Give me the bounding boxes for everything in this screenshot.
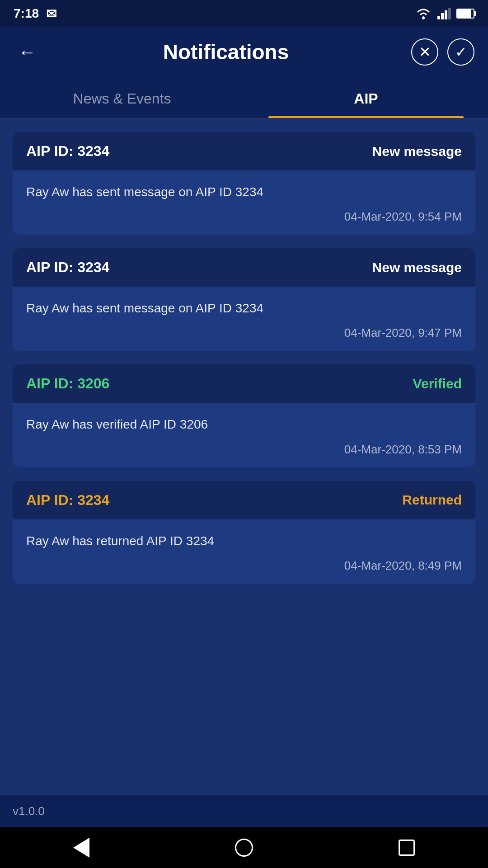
app-header: ← Notifications ✕ ✓ — [0, 27, 488, 77]
signal-icon — [437, 8, 451, 19]
close-button[interactable]: ✕ — [411, 38, 438, 66]
mail-icon: ✉ — [46, 6, 56, 21]
notif-card-4-status: Returned — [402, 492, 462, 508]
notif-card-3-body: Ray Aw has verified AIP ID 3206 04-Mar-2… — [13, 403, 475, 467]
wifi-icon — [415, 7, 432, 20]
notification-card-4[interactable]: AIP ID: 3234 Returned Ray Aw has returne… — [13, 481, 475, 584]
notifications-list: AIP ID: 3234 New message Ray Aw has sent… — [0, 118, 488, 795]
back-button[interactable]: ← — [14, 42, 41, 62]
notif-card-1-header: AIP ID: 3234 New message — [13, 132, 475, 170]
notification-card-3[interactable]: AIP ID: 3206 Verified Ray Aw has verifie… — [13, 364, 475, 467]
notif-card-1-status: New message — [372, 144, 462, 159]
svg-rect-4 — [448, 8, 451, 19]
notif-card-4-timestamp: 04-Mar-2020, 8:49 PM — [26, 559, 462, 573]
svg-point-0 — [422, 17, 425, 19]
notification-card-1[interactable]: AIP ID: 3234 New message Ray Aw has sent… — [13, 132, 475, 235]
svg-rect-1 — [437, 16, 440, 19]
notif-card-3-timestamp: 04-Mar-2020, 8:53 PM — [26, 443, 462, 457]
tab-bar: News & Events AIP — [0, 77, 488, 118]
notif-card-3-status: Verified — [413, 376, 462, 392]
recents-square-icon — [399, 840, 415, 856]
notif-card-1-id: AIP ID: 3234 — [26, 143, 109, 160]
nav-back-button[interactable] — [68, 834, 95, 861]
check-button[interactable]: ✓ — [447, 38, 474, 66]
notif-card-1-message: Ray Aw has sent message on AIP ID 3234 — [26, 183, 462, 201]
back-triangle-icon — [73, 838, 89, 858]
notif-card-4-header: AIP ID: 3234 Returned — [13, 481, 475, 519]
notif-card-4-body: Ray Aw has returned AIP ID 3234 04-Mar-2… — [13, 519, 475, 584]
check-icon: ✓ — [455, 43, 467, 61]
tab-news-events[interactable]: News & Events — [0, 77, 244, 118]
notif-card-2-message: Ray Aw has sent message on AIP ID 3234 — [26, 299, 462, 317]
notif-card-2-timestamp: 04-Mar-2020, 9:47 PM — [26, 326, 462, 340]
nav-home-button[interactable] — [230, 834, 258, 861]
nav-recents-button[interactable] — [393, 834, 420, 861]
tab-aip[interactable]: AIP — [244, 77, 488, 118]
notif-card-4-message: Ray Aw has returned AIP ID 3234 — [26, 532, 462, 550]
notif-card-3-header: AIP ID: 3206 Verified — [13, 364, 475, 403]
svg-rect-2 — [441, 13, 444, 19]
notif-card-1-body: Ray Aw has sent message on AIP ID 3234 0… — [13, 170, 475, 235]
status-bar: 7:18 ✉ — [0, 0, 488, 27]
notif-card-3-id: AIP ID: 3206 — [26, 375, 109, 392]
svg-rect-3 — [445, 10, 447, 19]
status-bar-right — [415, 7, 474, 20]
bottom-navigation — [0, 827, 488, 868]
header-actions: ✕ ✓ — [411, 38, 474, 66]
status-bar-left: 7:18 ✉ — [14, 6, 56, 21]
notif-card-3-message: Ray Aw has verified AIP ID 3206 — [26, 415, 462, 433]
close-icon: ✕ — [419, 43, 431, 61]
notif-card-2-body: Ray Aw has sent message on AIP ID 3234 0… — [13, 287, 475, 351]
time-display: 7:18 — [14, 6, 39, 21]
home-circle-icon — [235, 839, 253, 857]
notif-card-1-timestamp: 04-Mar-2020, 9:54 PM — [26, 210, 462, 224]
notif-card-4-id: AIP ID: 3234 — [26, 492, 109, 509]
notification-card-2[interactable]: AIP ID: 3234 New message Ray Aw has sent… — [13, 248, 475, 351]
notif-card-2-status: New message — [372, 260, 462, 275]
battery-icon — [456, 9, 474, 19]
notif-card-2-id: AIP ID: 3234 — [26, 259, 109, 276]
notif-card-2-header: AIP ID: 3234 New message — [13, 248, 475, 287]
version-label: v1.0.0 — [0, 795, 488, 827]
page-title: Notifications — [41, 40, 411, 64]
